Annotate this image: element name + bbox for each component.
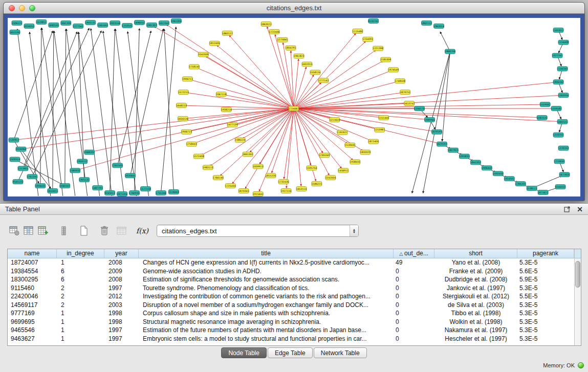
network-canvas[interactable]: 1863021172240612758411854791196182316320… [8, 18, 580, 196]
graph-node[interactable] [176, 103, 186, 108]
graph-node[interactable] [379, 115, 389, 120]
graph-node[interactable] [253, 192, 263, 196]
graph-node[interactable] [156, 191, 166, 195]
column-header-name[interactable]: name [8, 249, 57, 258]
cell-year[interactable]: 2003 [104, 301, 139, 310]
graph-node[interactable] [350, 160, 360, 164]
graph-node[interactable] [73, 24, 83, 28]
graph-node[interactable] [77, 159, 88, 164]
graph-node[interactable] [302, 62, 312, 67]
cell-in_degree[interactable]: 1 [57, 318, 104, 326]
cell-title[interactable]: Disruption of a novel member of a sodium… [139, 301, 394, 310]
table-row[interactable]: 977716911998Corpus callosum shape and si… [8, 309, 574, 318]
table-row[interactable]: 969969511998Structural magnetic resonanc… [8, 318, 574, 326]
graph-node[interactable] [27, 174, 37, 179]
network-graph[interactable]: 1863021172240612758411854791196182316320… [8, 18, 580, 196]
cell-year[interactable]: 1997 [104, 284, 139, 293]
graph-node[interactable] [193, 154, 204, 159]
graph-node[interactable] [171, 18, 181, 23]
graph-node[interactable] [318, 78, 329, 83]
graph-node[interactable] [330, 117, 340, 122]
graph-node[interactable] [281, 189, 291, 193]
cell-in_degree[interactable]: 2 [57, 301, 104, 310]
cell-name[interactable]: 19384554 [8, 267, 57, 276]
graph-node[interactable] [141, 187, 151, 191]
table-row[interactable]: 1456911722003Disruption of a novel membe… [8, 301, 574, 310]
tab-node-table[interactable]: Node Table [221, 347, 267, 358]
graph-node[interactable] [266, 173, 276, 178]
graph-node[interactable] [182, 77, 192, 81]
graph-node[interactable] [178, 90, 188, 95]
graph-node[interactable] [60, 184, 70, 188]
cell-name[interactable]: 22420046 [8, 292, 57, 301]
graph-node[interactable] [235, 138, 245, 142]
graph-node[interactable] [168, 190, 179, 194]
graph-node[interactable] [437, 142, 447, 146]
cell-name[interactable]: 18300295 [8, 275, 57, 284]
cell-year[interactable]: 1997 [104, 335, 139, 343]
graph-node[interactable] [49, 23, 59, 27]
graph-node[interactable] [459, 154, 469, 159]
cell-pagerank[interactable]: 5.3E-5 [517, 326, 574, 335]
cell-pagerank[interactable]: 5.9E-5 [517, 275, 574, 284]
graph-node[interactable] [434, 24, 444, 28]
column-header-title[interactable]: title [139, 249, 394, 258]
cell-year[interactable]: 1998 [104, 318, 139, 326]
vertical-scrollbar[interactable] [574, 249, 581, 345]
graph-node[interactable] [493, 171, 503, 176]
graph-node[interactable] [125, 173, 136, 178]
graph-node[interactable] [312, 182, 322, 186]
graph-node[interactable] [105, 191, 115, 195]
graph-node[interactable] [553, 28, 563, 32]
graph-node[interactable] [79, 178, 90, 182]
graph-node[interactable] [515, 182, 526, 186]
cell-title[interactable]: Embryonic stem cells: a model to study s… [139, 335, 394, 343]
graph-node[interactable] [422, 20, 432, 25]
import-table-icon[interactable] [115, 224, 129, 238]
graph-node[interactable] [221, 107, 231, 112]
graph-node[interactable] [129, 191, 140, 195]
table-row[interactable]: 2242004622012Investigating the contribut… [8, 292, 574, 301]
cell-out_degree[interactable]: 0 [394, 335, 434, 343]
graph-node[interactable] [296, 187, 307, 191]
graph-node[interactable] [286, 46, 296, 50]
cell-pagerank[interactable]: 5.5E-5 [517, 292, 574, 301]
graph-node[interactable] [375, 127, 385, 132]
cell-year[interactable]: 2012 [104, 292, 139, 301]
table-row[interactable]: 1830029562008Estimation of significance … [8, 275, 574, 284]
graph-node[interactable] [558, 40, 569, 45]
graph-node[interactable] [553, 133, 563, 137]
cell-pagerank[interactable]: 5.3E-5 [517, 335, 574, 343]
graph-node[interactable] [213, 176, 223, 180]
cell-name[interactable]: 14569117 [8, 301, 57, 310]
graph-node[interactable] [222, 31, 232, 35]
cell-title[interactable]: Estimation of the future numbers of pati… [139, 326, 394, 335]
graph-node[interactable] [482, 166, 492, 170]
cell-out_degree[interactable]: 0 [394, 318, 434, 326]
graph-node[interactable] [388, 68, 399, 72]
cell-short[interactable]: Yano et al. (2008) [434, 258, 517, 267]
graph-node[interactable] [310, 70, 320, 75]
graph-node[interactable] [70, 168, 80, 173]
graph-node[interactable] [559, 172, 570, 177]
cell-year[interactable]: 2009 [104, 267, 139, 276]
graph-node[interactable] [557, 67, 568, 71]
new-table-icon[interactable] [77, 224, 91, 238]
graph-node[interactable] [363, 37, 373, 41]
graph-node[interactable] [110, 20, 120, 25]
delete-table-icon[interactable] [97, 224, 112, 238]
graph-node[interactable] [537, 115, 547, 120]
graph-node[interactable] [307, 166, 317, 170]
cell-short[interactable]: Dudbridge et al. (2008) [434, 275, 517, 284]
graph-node[interactable] [337, 130, 347, 135]
column-header-pagerank[interactable]: pagerank [517, 249, 574, 258]
graph-node[interactable] [18, 166, 28, 171]
table-row[interactable]: 1872400712008Changes of HCN gene express… [8, 258, 574, 267]
table-selector-combobox[interactable]: citations_edges.txt ▲▼ [157, 225, 359, 237]
graph-node[interactable] [538, 190, 548, 195]
table-row[interactable]: 946362711997Embryonic stem cells: a mode… [8, 335, 574, 343]
cell-title[interactable]: Genome-wide association studies in ADHD. [139, 267, 394, 276]
cell-out_degree[interactable]: 0 [394, 292, 434, 301]
cell-name[interactable]: 9115460 [8, 284, 57, 293]
graph-node[interactable] [117, 192, 127, 196]
